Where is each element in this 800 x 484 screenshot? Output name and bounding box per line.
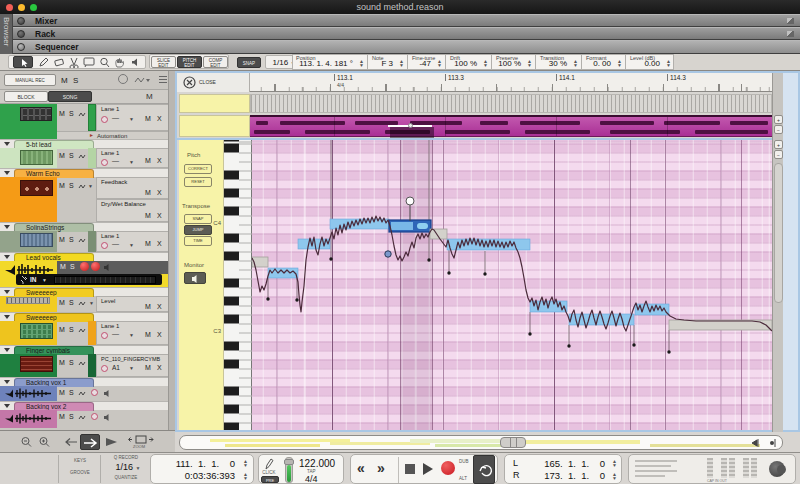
formant-stepper[interactable]: ▲▼ [617,59,622,67]
vibrato-dots[interactable] [266,257,670,353]
note-handle[interactable] [406,197,414,205]
arrow-tool-button[interactable] [13,56,33,68]
track7-lane-cell[interactable]: Lane 1 — ▼ M X [96,321,168,345]
track1-lane-cell[interactable]: Lane 1 — ▼ M X [96,104,168,131]
track3-lanes-icon[interactable] [78,183,88,190]
header-solo-label[interactable]: S [73,76,78,85]
device-thumbnail[interactable] [20,233,53,247]
mixer-fold-icon[interactable] [787,18,794,24]
zoom-out-icon[interactable] [20,436,33,448]
preserve-stepper[interactable]: ▲▼ [527,59,532,67]
lane-mute[interactable]: M [145,331,151,338]
track3-collapse-icon[interactable] [4,171,10,175]
device-thumbnail[interactable] [20,107,52,121]
transition-stepper[interactable]: ▲▼ [573,59,578,67]
track4-lane-cell[interactable]: Lane 1 — ▼ M X [96,231,168,252]
fader-cap[interactable] [284,459,294,465]
track10-speaker-icon[interactable] [103,413,113,422]
lane-mute[interactable]: M [145,157,151,164]
vscroll-thumb[interactable] [774,163,783,303]
track6-mute[interactable]: M [59,299,65,306]
position-stepper[interactable]: ▲▼ [359,59,364,67]
level-stepper[interactable]: ▲▼ [666,59,671,67]
click-pencil-icon[interactable] [264,458,274,470]
lane-delete[interactable]: X [157,303,162,310]
lane-dropdown-icon[interactable]: ▼ [129,332,134,338]
lane-mute[interactable]: M [145,212,151,219]
track8-collapse-icon[interactable] [4,348,10,352]
dub-label[interactable]: DUB [459,459,469,464]
record-button[interactable] [441,461,455,475]
block-lane-ticks[interactable] [250,94,772,113]
rewind-button[interactable]: « [357,460,365,476]
device-thumbnail[interactable] [6,297,50,304]
master-mute-label[interactable]: M [146,92,153,101]
pitch-edit-button[interactable]: PITCHEDIT [177,56,202,68]
tempo-value[interactable]: 122.000 [299,458,335,469]
zoom-in-icon[interactable] [38,436,51,448]
close-label[interactable]: CLOSE [199,79,216,85]
drift-stepper[interactable]: ▲▼ [483,59,488,67]
track10-mute[interactable]: M [59,413,65,420]
razor-tool-icon[interactable] [68,57,80,68]
rack-bar[interactable]: Rack [13,27,800,40]
rack-fold-icon[interactable] [787,31,794,37]
track10-lanes-icon[interactable] [78,414,88,421]
track5-speaker-icon[interactable] [103,263,113,272]
header-mute-label[interactable]: M [61,76,68,85]
zoom-tool-icon[interactable] [128,435,156,444]
mixer-bar[interactable]: Mixer [13,14,800,27]
track7-collapse-icon[interactable] [4,315,10,319]
lane-delete[interactable]: X [157,115,162,122]
field-formant[interactable]: Formant0. 00▲▼ [582,54,626,70]
pencil-tool-icon[interactable] [38,57,50,68]
quantize-value[interactable]: 1/16 ▼ [108,462,148,472]
track5-record-enable-icon[interactable] [80,262,89,271]
field-level[interactable]: Level (dB)0.00▲▼ [626,54,674,70]
track6-collapse-icon[interactable] [4,290,10,294]
track7-solo[interactable]: S [69,326,74,333]
field-preserve[interactable]: Preserve100 %▲▼ [492,54,536,70]
arrow-right-selected-button[interactable] [80,434,100,450]
lane-dropdown-icon[interactable]: ▼ [129,116,134,122]
track6-dropdown-icon[interactable]: ▼ [89,300,94,306]
close-icon[interactable] [183,76,196,89]
device-thumbnail[interactable] [20,180,53,196]
track5-solo[interactable]: S [70,263,75,270]
track3-dropdown-icon[interactable]: ▼ [88,183,93,189]
track2-solo[interactable]: S [69,152,74,159]
lane-delete[interactable]: X [157,189,162,196]
drift-handle[interactable] [385,251,391,257]
track9-solo[interactable]: S [69,389,74,396]
clip-loop-handle-dot[interactable] [408,123,413,128]
scroll-zoom-in2-icon[interactable]: + [774,140,783,149]
position-bars[interactable]: 111. 1. 1. 0 [176,458,235,469]
track4-collapse-icon[interactable] [4,225,10,229]
note-segments[interactable] [252,219,772,330]
header-record-icon[interactable] [118,74,128,84]
track10-record-icon[interactable] [91,413,98,420]
track10-solo[interactable]: S [69,413,74,420]
track9-mute[interactable]: M [59,389,65,396]
lane-mute[interactable]: M [145,303,151,310]
speaker-tool-icon[interactable] [130,57,142,68]
slice-edit-button[interactable]: SLICEEDIT [151,56,176,68]
track5-mute[interactable]: M [60,263,66,270]
groove-label[interactable]: GROOVE [62,470,98,475]
lane-record-icon[interactable] [101,242,108,249]
track4-solo[interactable]: S [69,236,74,243]
comp-edit-button[interactable]: COMPEDIT [203,56,228,68]
track7-lanes-icon[interactable] [78,327,88,334]
track6-lanes-icon[interactable] [78,300,88,307]
timesig-value[interactable]: 4/4 [305,474,318,484]
track8-lane-cell[interactable]: PC_110_FINGERCYMB A1 ▼ M X [96,354,168,377]
lane-record-icon[interactable] [101,365,108,372]
field-fine-tune[interactable]: Fine-tune-47▲▼ [408,54,446,70]
track9-lanes-icon[interactable] [78,390,88,397]
fine-tune-stepper[interactable]: ▲▼ [437,59,442,67]
lane-mute[interactable]: M [145,115,151,122]
transpose-time-button[interactable]: TIME [184,236,212,246]
loop-right-stepper[interactable]: ▲▼ [612,472,617,480]
sequencer-bar[interactable]: Sequencer [13,40,800,54]
track4-mute[interactable]: M [59,236,65,243]
